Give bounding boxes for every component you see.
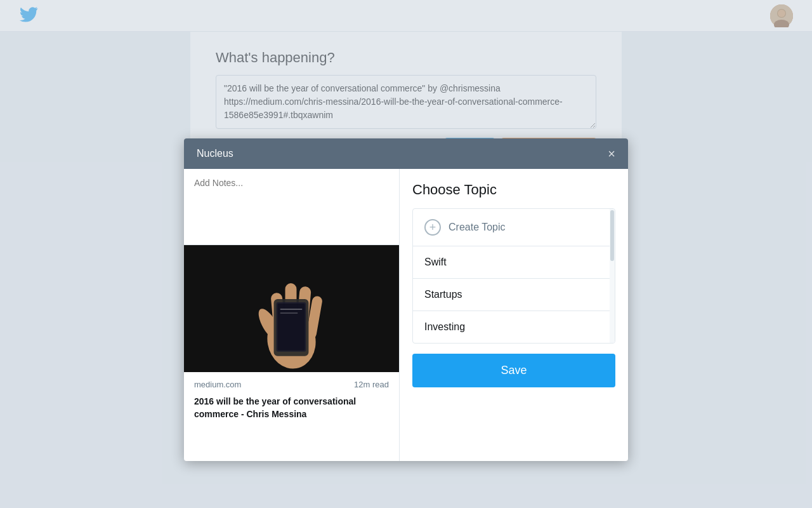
article-domain: medium.com [194,380,241,389]
create-topic-icon: + [424,219,441,236]
left-panel: medium.com 12m read 2016 will be the yea… [184,169,400,461]
choose-topic-title: Choose Topic [412,182,615,198]
modal-title: Nucleus [197,148,233,159]
svg-rect-13 [278,304,305,351]
article-image [184,245,399,372]
scrollbar-track [610,209,615,343]
modal-header: Nucleus × [184,138,628,169]
topic-item-investing[interactable]: Investing [413,311,615,343]
create-topic-item[interactable]: + Create Topic [413,209,615,246]
close-button[interactable]: × [608,147,615,160]
topic-label-swift: Swift [424,257,447,268]
topics-wrapper: + Create Topic Swift Startups Investing [412,208,615,344]
create-topic-label: Create Topic [449,222,506,233]
notes-input[interactable] [184,169,399,245]
svg-rect-14 [280,309,303,310]
article-title: 2016 will be the year of conversational … [184,393,399,431]
topic-item-swift[interactable]: Swift [413,246,615,279]
nucleus-modal: Nucleus × [184,138,628,461]
modal-body: medium.com 12m read 2016 will be the yea… [184,169,628,461]
right-panel: Choose Topic + Create Topic Swift Startu… [400,169,628,461]
article-meta: medium.com 12m read [184,372,399,393]
topic-label-startups: Startups [424,289,462,300]
topic-item-startups[interactable]: Startups [413,279,615,311]
article-read-time: 12m read [354,380,389,389]
topic-label-investing: Investing [424,321,465,333]
svg-rect-15 [280,312,298,314]
save-button[interactable]: Save [412,354,615,387]
article-preview: medium.com 12m read 2016 will be the yea… [184,245,399,461]
scrollbar-thumb[interactable] [610,210,614,261]
topics-list: + Create Topic Swift Startups Investing [412,208,615,344]
